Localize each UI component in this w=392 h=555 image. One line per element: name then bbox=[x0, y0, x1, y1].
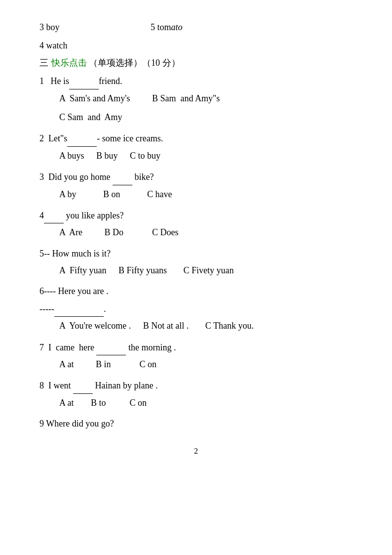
q3-opt-a: A by bbox=[59, 189, 77, 199]
section-number: 三 bbox=[39, 57, 48, 69]
question-4-stem: 4 you like apples? bbox=[39, 207, 353, 223]
q6-num: 6 bbox=[39, 286, 44, 296]
question-4-options: A Are B Do C Does bbox=[39, 224, 353, 240]
q6-opt-b: B Not at all . bbox=[143, 321, 189, 331]
q6-sub-blank bbox=[54, 300, 104, 317]
q4-stem-text: you like apples? bbox=[64, 211, 123, 220]
question-7-stem: 7 I came here the morning . bbox=[39, 339, 353, 355]
q1-stem-after: friend. bbox=[99, 76, 122, 86]
q8-num: 8 bbox=[39, 381, 48, 390]
q6-sub-dashes: ----- bbox=[39, 304, 54, 314]
q5-opt-a: A Fifty yuan bbox=[59, 265, 107, 275]
q5-stem-text: How much is it? bbox=[52, 249, 111, 258]
q4-num: 4 bbox=[39, 211, 44, 220]
header-item-1: 3 boy bbox=[39, 22, 60, 32]
q3-opt-c: C have bbox=[147, 189, 172, 199]
q6-stem-text: Here you are . bbox=[58, 286, 108, 296]
question-1-option-c: C Sam and Amy bbox=[39, 109, 353, 125]
q2-opt-b: B buy bbox=[96, 151, 118, 161]
q8-stem-before: I went bbox=[48, 381, 73, 390]
question-1-stem: 1 He is friend. bbox=[39, 73, 353, 89]
q1-blank bbox=[69, 73, 99, 89]
question-6-options: A You're welcome . B Not at all . C Than… bbox=[39, 318, 353, 334]
question-6-stem: 6---- Here you are . bbox=[39, 283, 353, 299]
q4-opt-c: C Does bbox=[146, 227, 179, 237]
question-5-options: A Fifty yuan B Fifty yuans C Fivety yuan bbox=[39, 262, 353, 278]
page-number: 2 bbox=[39, 447, 353, 456]
question-2-stem: 2 Let"s - some ice creams. bbox=[39, 130, 353, 146]
question-2: 2 Let"s - some ice creams. A buys B buy … bbox=[39, 130, 353, 164]
q3-opt-b: B on bbox=[103, 189, 120, 199]
question-8: 8 I went Hainan by plane . A at B to C o… bbox=[39, 377, 353, 411]
q7-stem-before: I came here bbox=[48, 342, 96, 352]
q7-blank bbox=[96, 339, 126, 355]
q7-opt-b: B in bbox=[96, 359, 111, 369]
tomato-italic: ato bbox=[171, 22, 183, 32]
q8-stem-after: Hainan by plane . bbox=[93, 381, 157, 390]
q7-opt-c: C on bbox=[133, 359, 157, 369]
q1-opt-c: C Sam and Amy bbox=[59, 112, 122, 122]
question-6-sub-stem: ----- . bbox=[39, 300, 353, 317]
q5-num: 5 bbox=[39, 249, 44, 258]
question-9: 9 Where did you go? bbox=[39, 416, 353, 431]
q2-num: 2 bbox=[39, 133, 48, 143]
question-3-stem: 3 Did you go home bike? bbox=[39, 169, 353, 185]
question-3-options: A by B on C have bbox=[39, 186, 353, 202]
q6-opt-c: C Thank you. bbox=[201, 321, 254, 331]
question-7-options: A at B in C on bbox=[39, 356, 353, 372]
q2-blank bbox=[67, 130, 97, 146]
q8-opt-b: B to bbox=[91, 398, 106, 408]
section-bracket-text: （单项选择）（10 分） bbox=[89, 57, 180, 69]
q9-stem-text: Where did you go? bbox=[46, 419, 114, 428]
q4-opt-a: A Are bbox=[59, 227, 82, 237]
q7-stem-after: the morning . bbox=[126, 342, 176, 352]
q4-blank bbox=[44, 207, 64, 223]
question-3: 3 Did you go home bike? A by B on C have bbox=[39, 169, 353, 202]
question-2-options: A buys B buy C to buy bbox=[39, 148, 353, 164]
q7-num: 7 bbox=[39, 342, 48, 352]
section-header: 三 快乐点击 （单项选择）（10 分） bbox=[39, 57, 353, 69]
q5-prefix: -- bbox=[44, 249, 52, 258]
question-8-options: A at B to C on bbox=[39, 395, 353, 411]
q2-stem-after: - some ice creams. bbox=[97, 133, 163, 143]
q1-opt-a: A Sam's and Amy's bbox=[59, 93, 130, 103]
question-1-options: A Sam's and Amy's B Sam and Amy"s bbox=[39, 90, 353, 106]
q4-opt-b: B Do bbox=[105, 227, 124, 237]
q3-blank bbox=[113, 169, 132, 185]
q6-opt-a: A You're welcome . bbox=[59, 321, 131, 331]
header-item-2: 5 tomato bbox=[151, 22, 183, 32]
question-6: 6---- Here you are . ----- . A You're we… bbox=[39, 283, 353, 334]
q8-opt-a: A at bbox=[59, 398, 74, 408]
q9-num: 9 bbox=[39, 419, 46, 428]
question-5: 5-- How much is it? A Fifty yuan B Fifty… bbox=[39, 246, 353, 279]
section-chinese-label: 快乐点击 bbox=[51, 57, 87, 69]
q7-opt-a: A at bbox=[59, 359, 74, 369]
q1-num: 1 bbox=[39, 76, 48, 86]
q8-opt-c: C on bbox=[123, 398, 147, 408]
q5-opt-b: B Fifty yuans bbox=[118, 265, 167, 275]
q1-opt-b: B Sam and Amy"s bbox=[152, 93, 220, 103]
q8-blank bbox=[73, 377, 93, 393]
q3-stem-before: Did you go home bbox=[48, 172, 113, 182]
question-8-stem: 8 I went Hainan by plane . bbox=[39, 377, 353, 393]
q2-opt-a: A buys bbox=[59, 151, 84, 161]
q3-stem-after: bike? bbox=[132, 172, 154, 182]
question-1: 1 He is friend. A Sam's and Amy's B Sam … bbox=[39, 73, 353, 125]
header-line-1: 3 boy 5 tomato bbox=[39, 20, 353, 35]
q1-stem-before: He is bbox=[51, 76, 70, 86]
question-5-stem: 5-- How much is it? bbox=[39, 246, 353, 261]
q5-opt-c: C Fivety yuan bbox=[179, 265, 234, 275]
q2-opt-c: C to buy bbox=[130, 151, 160, 161]
header-line-2: 4 watch bbox=[39, 38, 353, 53]
q6-prefix: ---- bbox=[44, 286, 58, 296]
question-4: 4 you like apples? A Are B Do C Does bbox=[39, 207, 353, 241]
question-7: 7 I came here the morning . A at B in C … bbox=[39, 339, 353, 373]
question-9-stem: 9 Where did you go? bbox=[39, 416, 353, 431]
q3-num: 3 bbox=[39, 172, 48, 182]
q2-stem-before: Let"s bbox=[48, 133, 67, 143]
q6-sub-period: . bbox=[104, 304, 106, 314]
